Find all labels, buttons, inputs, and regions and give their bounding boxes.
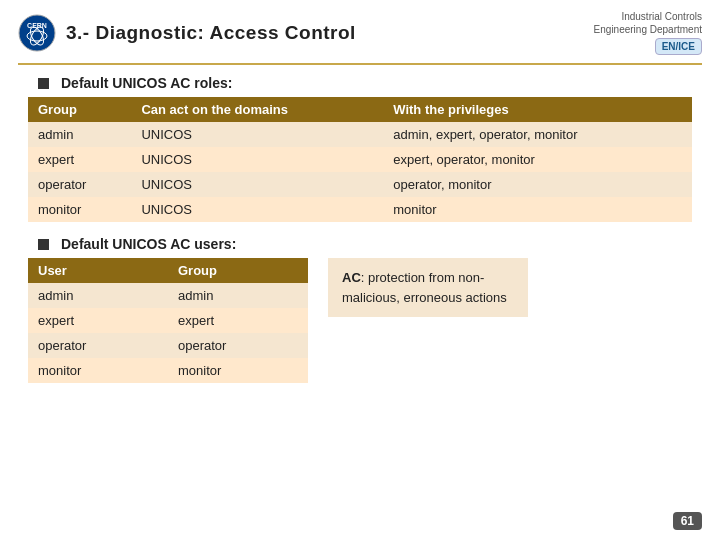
roles-table: Group Can act on the domains With the pr…: [28, 97, 692, 222]
page-number: 61: [673, 512, 702, 530]
table-row: operatoroperator: [28, 333, 308, 358]
slide-page: CERN 3.- Diagnostic: Access Control Indu…: [0, 0, 720, 540]
table-cell: operator: [168, 333, 308, 358]
ac-note-prefix: AC: [342, 270, 361, 285]
table-cell: expert: [168, 308, 308, 333]
users-table-wrap: User Group adminadminexpertexpertoperato…: [28, 258, 308, 383]
table-cell: expert: [28, 147, 131, 172]
roles-table-container: Group Can act on the domains With the pr…: [28, 97, 692, 222]
table-row: adminUNICOSadmin, expert, operator, moni…: [28, 122, 692, 147]
dept-text: Industrial Controls Engineering Departme…: [594, 10, 702, 36]
table-row: operatorUNICOSoperator, monitor: [28, 172, 692, 197]
en-ice-badge: EN/ICE: [655, 38, 702, 55]
table-cell: monitor: [383, 197, 692, 222]
table-cell: monitor: [28, 358, 168, 383]
col-user-group: Group: [168, 258, 308, 283]
table-cell: UNICOS: [131, 197, 383, 222]
table-cell: expert: [28, 308, 168, 333]
users-section-title: Default UNICOS AC users:: [38, 236, 702, 252]
table-cell: UNICOS: [131, 147, 383, 172]
header-divider: [18, 63, 702, 65]
header-right: Industrial Controls Engineering Departme…: [594, 10, 702, 55]
col-domains: Can act on the domains: [131, 97, 383, 122]
table-cell: operator: [28, 333, 168, 358]
table-cell: admin: [168, 283, 308, 308]
table-cell: operator: [28, 172, 131, 197]
table-cell: admin: [28, 122, 131, 147]
cern-logo: CERN: [18, 14, 56, 52]
table-cell: admin: [28, 283, 168, 308]
table-cell: monitor: [28, 197, 131, 222]
table-row: expertexpert: [28, 308, 308, 333]
table-cell: admin, expert, operator, monitor: [383, 122, 692, 147]
roles-section-title: Default UNICOS AC roles:: [38, 75, 702, 91]
table-row: adminadmin: [28, 283, 308, 308]
table-cell: expert, operator, monitor: [383, 147, 692, 172]
slide-header: CERN 3.- Diagnostic: Access Control Indu…: [18, 10, 702, 55]
table-cell: UNICOS: [131, 122, 383, 147]
svg-point-0: [19, 15, 55, 51]
ac-note: AC: protection from non-malicious, erron…: [328, 258, 528, 317]
roles-table-header-row: Group Can act on the domains With the pr…: [28, 97, 692, 122]
table-cell: UNICOS: [131, 172, 383, 197]
slide-title: 3.- Diagnostic: Access Control: [66, 22, 356, 44]
table-row: monitorUNICOSmonitor: [28, 197, 692, 222]
table-cell: monitor: [168, 358, 308, 383]
col-user: User: [28, 258, 168, 283]
users-table-header-row: User Group: [28, 258, 308, 283]
col-privileges: With the privileges: [383, 97, 692, 122]
table-row: expertUNICOSexpert, operator, monitor: [28, 147, 692, 172]
bullet-icon-2: [38, 239, 49, 250]
users-table: User Group adminadminexpertexpertoperato…: [28, 258, 308, 383]
table-row: monitormonitor: [28, 358, 308, 383]
users-section-body: User Group adminadminexpertexpertoperato…: [28, 258, 692, 383]
table-cell: operator, monitor: [383, 172, 692, 197]
ac-note-text: : protection from non-malicious, erroneo…: [342, 270, 507, 305]
col-group: Group: [28, 97, 131, 122]
header-left: CERN 3.- Diagnostic: Access Control: [18, 14, 356, 52]
bullet-icon: [38, 78, 49, 89]
